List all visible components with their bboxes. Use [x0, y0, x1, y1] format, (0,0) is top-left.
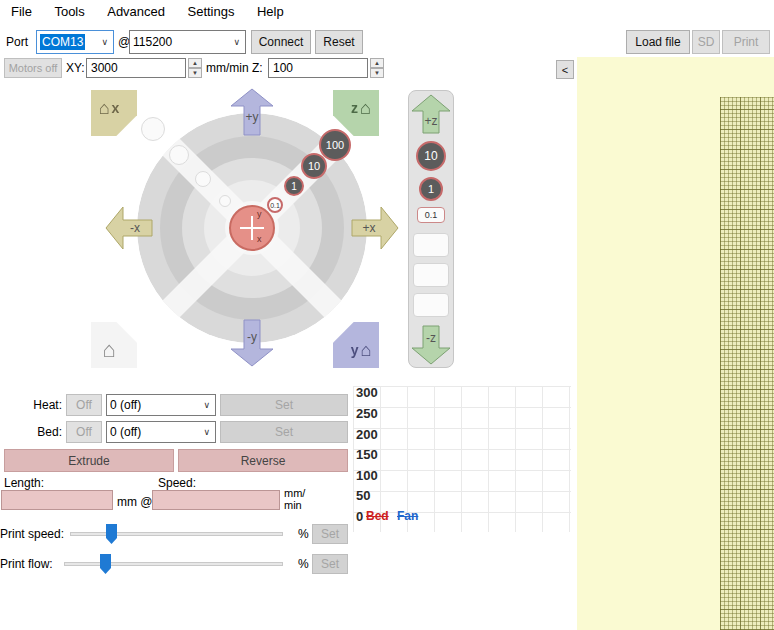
- collapse-panel-button[interactable]: <: [556, 60, 574, 79]
- z-speed-stepper[interactable]: ▲ ▼: [370, 58, 384, 78]
- print-speed-percent-label: %: [298, 524, 309, 544]
- xy-speed-label: XY:: [66, 58, 85, 78]
- z-distance-10[interactable]: 10: [416, 141, 446, 171]
- temperature-graph: 300 250 200 150 100 50 0 Bed Fan: [353, 386, 571, 532]
- ytick-150: 150: [356, 447, 378, 462]
- bed-off-button[interactable]: Off: [66, 421, 102, 443]
- xy-speed-stepper[interactable]: ▲ ▼: [188, 58, 202, 78]
- house-icon: ⌂: [360, 99, 371, 117]
- plus-z-label: +z: [424, 114, 437, 128]
- print-speed-slider-thumb[interactable]: [106, 524, 117, 544]
- app-window: File Tools Advanced Settings Help Port C…: [0, 0, 774, 630]
- ytick-300: 300: [356, 385, 378, 400]
- reverse-button[interactable]: Reverse: [178, 449, 348, 472]
- z-step-slot[interactable]: [413, 263, 449, 287]
- jog-plus-z-button[interactable]: +z: [411, 94, 451, 134]
- house-icon: ⌂: [99, 99, 110, 117]
- bed-set-button[interactable]: Set: [220, 421, 348, 443]
- jog-distance-100[interactable]: 100: [319, 129, 351, 161]
- spin-down-icon[interactable]: ▼: [188, 68, 202, 78]
- load-file-button[interactable]: Load file: [626, 30, 690, 54]
- plus-y-label: +y: [245, 110, 258, 124]
- speed-label: Speed:: [158, 476, 196, 490]
- bed-preset-value: 0 (off): [110, 425, 141, 439]
- motors-off-button[interactable]: Motors off: [4, 58, 62, 78]
- house-icon: ⌂: [360, 341, 371, 359]
- print-speed-label: Print speed:: [0, 524, 64, 544]
- spin-up-icon[interactable]: ▲: [370, 58, 384, 68]
- spin-up-icon[interactable]: ▲: [188, 58, 202, 68]
- heat-set-button[interactable]: Set: [220, 394, 348, 416]
- jog-chain-circle: [219, 195, 231, 207]
- jog-minus-x-button[interactable]: -x: [105, 206, 153, 250]
- center-y-label: y: [257, 209, 262, 219]
- home-y-button[interactable]: y ⌂: [333, 322, 379, 368]
- print-flow-label: Print flow:: [0, 554, 53, 574]
- extrude-length-input[interactable]: [1, 490, 113, 510]
- baud-combobox-value: 115200: [133, 35, 172, 49]
- sd-button[interactable]: SD: [692, 30, 720, 54]
- jog-plus-y-button[interactable]: +y: [230, 88, 274, 136]
- house-icon: ⌂: [102, 339, 115, 361]
- jog-minus-z-button[interactable]: -z: [411, 325, 451, 365]
- z-distance-0.1[interactable]: 0.1: [417, 207, 445, 223]
- crosshair-icon: [251, 216, 253, 240]
- heat-preset-value: 0 (off): [110, 398, 141, 412]
- jog-chain-circle: [141, 117, 165, 141]
- z-control-column: +z 10 1 0.1 -z: [408, 90, 454, 368]
- home-x-button[interactable]: ⌂ x: [91, 90, 137, 136]
- menu-advanced[interactable]: Advanced: [98, 0, 174, 23]
- mm-at-label: mm @: [117, 493, 153, 511]
- menu-help[interactable]: Help: [248, 0, 293, 23]
- print-speed-slider-track[interactable]: [70, 532, 283, 536]
- jog-distance-10[interactable]: 10: [301, 153, 327, 179]
- jog-plus-x-button[interactable]: +x: [351, 206, 399, 250]
- heat-preset-combobox[interactable]: 0 (off) ∨: [106, 394, 216, 416]
- center-x-label: x: [257, 234, 262, 244]
- mm-min-line2: min: [284, 499, 305, 511]
- port-combobox[interactable]: COM13 ∨: [36, 30, 114, 54]
- mm-min-label: mm/ min: [284, 487, 305, 511]
- jog-distance-1[interactable]: 1: [284, 176, 304, 196]
- ytick-50: 50: [356, 488, 370, 503]
- heat-label: Heat:: [0, 394, 62, 416]
- spin-down-icon[interactable]: ▼: [370, 68, 384, 78]
- xy-speed-input[interactable]: 3000: [86, 58, 186, 78]
- menu-bar: File Tools Advanced Settings Help: [2, 0, 293, 24]
- gcode-viewer-panel[interactable]: [577, 57, 774, 630]
- chevron-down-icon[interactable]: ∨: [228, 37, 245, 47]
- menu-settings[interactable]: Settings: [179, 0, 244, 23]
- chevron-down-icon[interactable]: ∨: [96, 37, 113, 47]
- menu-tools[interactable]: Tools: [45, 0, 93, 23]
- mm-min-line1: mm/: [284, 487, 305, 499]
- minus-y-label: -y: [247, 330, 257, 344]
- print-button[interactable]: Print: [722, 30, 770, 54]
- print-flow-slider-thumb[interactable]: [100, 554, 111, 574]
- print-flow-set-button[interactable]: Set: [312, 554, 348, 574]
- z-speed-label: mm/min Z:: [206, 58, 263, 78]
- minus-z-label: -z: [426, 331, 436, 345]
- print-flow-slider-track[interactable]: [64, 562, 283, 566]
- menu-file[interactable]: File: [2, 0, 41, 23]
- baud-combobox[interactable]: 115200 ∨: [129, 30, 246, 54]
- z-step-slot[interactable]: [413, 293, 449, 317]
- chevron-down-icon[interactable]: ∨: [198, 427, 215, 437]
- print-speed-set-button[interactable]: Set: [312, 524, 348, 544]
- jog-minus-y-button[interactable]: -y: [230, 319, 274, 367]
- z-distance-1[interactable]: 1: [419, 177, 443, 201]
- z-step-slot[interactable]: [413, 233, 449, 257]
- heat-off-button[interactable]: Off: [66, 394, 102, 416]
- bed-preset-combobox[interactable]: 0 (off) ∨: [106, 421, 216, 443]
- extrude-button[interactable]: Extrude: [4, 449, 174, 472]
- chevron-down-icon[interactable]: ∨: [198, 400, 215, 410]
- reset-button[interactable]: Reset: [315, 30, 363, 54]
- print-flow-percent-label: %: [298, 554, 309, 574]
- ytick-0: 0: [356, 509, 363, 524]
- fan-legend-label: Fan: [397, 509, 418, 523]
- jog-center-button[interactable]: y x: [229, 205, 275, 251]
- extrude-speed-input[interactable]: [152, 490, 280, 510]
- jog-distance-0.1[interactable]: 0.1: [267, 197, 283, 213]
- z-speed-input[interactable]: 100: [268, 58, 368, 78]
- connect-button[interactable]: Connect: [251, 30, 311, 54]
- home-all-button[interactable]: ⌂: [91, 322, 137, 368]
